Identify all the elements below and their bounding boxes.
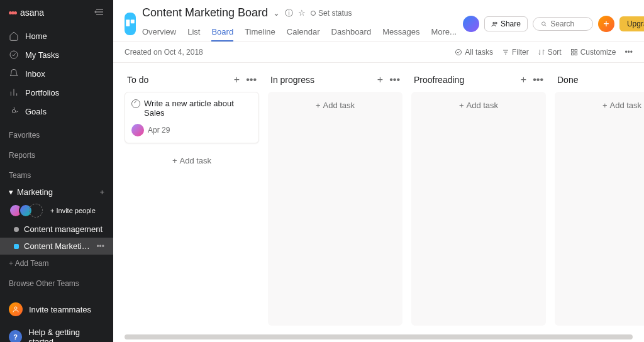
- project-icon[interactable]: [125, 13, 136, 35]
- project-color-dot: [14, 244, 19, 249]
- nav-label: Home: [25, 31, 47, 41]
- svg-point-15: [456, 50, 462, 55]
- nav-label: Inbox: [25, 69, 45, 79]
- info-icon[interactable]: ⓘ: [285, 8, 293, 19]
- sidebar-top: asana: [0, 0, 113, 24]
- tab-overview[interactable]: Overview: [142, 23, 176, 41]
- share-button[interactable]: Share: [484, 16, 528, 31]
- upgrade-button[interactable]: Upgrade: [619, 16, 644, 31]
- svg-rect-9: [126, 19, 130, 26]
- more-icon[interactable]: •••: [96, 242, 104, 251]
- add-icon[interactable]: +: [377, 74, 383, 86]
- help-getting-started[interactable]: ?Help & getting started: [0, 322, 113, 342]
- svg-line-14: [545, 25, 546, 26]
- column-todo: To do+••• Write a new article about Sale…: [125, 72, 259, 326]
- target-icon: [9, 106, 19, 116]
- tabs: Overview List Board Timeline Calendar Da…: [142, 23, 457, 41]
- star-icon[interactable]: ☆: [298, 8, 306, 18]
- browse-teams[interactable]: Browse Other Teams: [0, 272, 113, 292]
- bell-icon: [9, 69, 19, 79]
- column-proofreading: Proofreading+••• +Add task: [411, 72, 546, 326]
- brand-logo[interactable]: asana: [9, 8, 44, 18]
- svg-rect-19: [571, 50, 574, 52]
- sidebar-item-mytasks[interactable]: My Tasks: [0, 45, 113, 64]
- column-title[interactable]: To do: [127, 75, 148, 85]
- all-tasks-button[interactable]: All tasks: [455, 48, 493, 57]
- tab-calendar[interactable]: Calendar: [287, 23, 320, 41]
- search-input[interactable]: [550, 19, 585, 28]
- svg-point-3: [10, 51, 18, 58]
- tab-timeline[interactable]: Timeline: [245, 23, 275, 41]
- home-icon: [9, 31, 19, 41]
- reports-section[interactable]: Reports: [0, 143, 113, 163]
- header: Content Marketing Board ⌄ ⓘ ☆ Set status…: [113, 0, 644, 42]
- invite-icon: [9, 302, 23, 316]
- plus-icon[interactable]: +: [99, 187, 104, 197]
- complete-icon[interactable]: [131, 99, 140, 108]
- search-icon: [541, 20, 547, 28]
- tab-dashboard[interactable]: Dashboard: [331, 23, 372, 41]
- check-icon: [9, 50, 19, 60]
- collapse-icon[interactable]: [94, 8, 104, 18]
- add-task-button[interactable]: +Add task: [558, 96, 644, 115]
- add-team[interactable]: + Add Team: [0, 255, 113, 272]
- teams-section: Teams: [0, 163, 113, 184]
- sidebar-item-portfolios[interactable]: Portfolios: [0, 83, 113, 102]
- sort-button[interactable]: Sort: [538, 48, 562, 57]
- more-icon[interactable]: •••: [246, 74, 257, 86]
- nav-label: My Tasks: [25, 50, 59, 60]
- member-avatar[interactable]: [463, 16, 479, 32]
- project-color-dot: [14, 227, 19, 232]
- horizontal-scrollbar[interactable]: [125, 334, 633, 339]
- add-task-button[interactable]: +Add task: [415, 96, 542, 115]
- invite-people[interactable]: + Invite people: [50, 207, 96, 214]
- assignee-avatar[interactable]: [131, 124, 144, 136]
- more-icon[interactable]: •••: [389, 74, 400, 86]
- svg-rect-22: [575, 53, 577, 55]
- task-title: Write a new article about Sales: [144, 99, 252, 118]
- column-inprogress: In progress+••• +Add task: [268, 72, 402, 326]
- project-name: Content management: [24, 224, 104, 234]
- add-icon[interactable]: +: [521, 74, 526, 86]
- tab-board[interactable]: Board: [211, 23, 233, 41]
- svg-point-13: [541, 22, 545, 25]
- tab-more[interactable]: More...: [431, 23, 456, 41]
- tab-list[interactable]: List: [187, 23, 200, 41]
- project-item[interactable]: Content management: [0, 221, 113, 238]
- more-icon[interactable]: •••: [533, 74, 543, 86]
- page-title[interactable]: Content Marketing Board: [142, 6, 268, 19]
- column-title[interactable]: Done: [557, 75, 578, 85]
- board: To do+••• Write a new article about Sale…: [113, 63, 644, 334]
- task-card[interactable]: Write a new article about Sales Apr 29: [125, 92, 259, 143]
- footer-label: Invite teammates: [29, 305, 91, 314]
- avatar-placeholder[interactable]: [29, 204, 43, 218]
- team-name: Marketing: [17, 187, 53, 197]
- sidebar-item-goals[interactable]: Goals: [0, 102, 113, 121]
- more-icon[interactable]: •••: [625, 48, 633, 57]
- filter-button[interactable]: Filter: [502, 48, 529, 57]
- add-task-button[interactable]: +Add task: [125, 151, 259, 170]
- invite-teammates[interactable]: Invite teammates: [0, 297, 113, 322]
- project-item-active[interactable]: Content Marketing Bo...•••: [0, 238, 113, 255]
- nav-label: Goals: [25, 107, 47, 116]
- global-add-button[interactable]: +: [598, 16, 614, 32]
- svg-point-12: [495, 22, 497, 24]
- team-header[interactable]: ▾Marketing +: [0, 184, 113, 201]
- set-status-button[interactable]: Set status: [311, 9, 352, 18]
- search-box[interactable]: [533, 17, 593, 31]
- column-done: Done+ +Add task: [555, 72, 644, 326]
- svg-point-11: [493, 22, 495, 24]
- sidebar-item-inbox[interactable]: Inbox: [0, 64, 113, 83]
- customize-button[interactable]: Customize: [570, 48, 616, 57]
- chevron-down-icon[interactable]: ⌄: [273, 8, 280, 18]
- column-title[interactable]: Proofreading: [414, 75, 464, 85]
- tab-messages[interactable]: Messages: [382, 23, 419, 41]
- sidebar-footer: Invite teammates ?Help & getting started: [0, 292, 113, 342]
- brand-name: asana: [20, 8, 44, 18]
- sidebar-item-home[interactable]: Home: [0, 26, 113, 45]
- add-icon[interactable]: +: [234, 74, 240, 86]
- favorites-section[interactable]: Favorites: [0, 123, 113, 143]
- column-title[interactable]: In progress: [270, 75, 314, 85]
- toolbar: Created on Oct 4, 2018 All tasks Filter …: [113, 42, 644, 63]
- add-task-button[interactable]: +Add task: [272, 96, 399, 115]
